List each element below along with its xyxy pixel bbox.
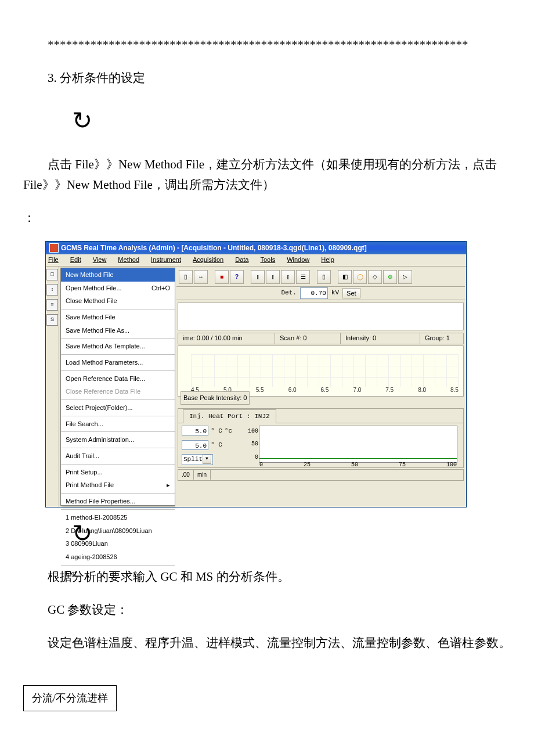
menu-data[interactable]: Data bbox=[235, 254, 254, 265]
inj-unit-2: ° C bbox=[211, 440, 222, 451]
paragraph-gc-params: 设定色谱柱温度、程序升温、进样模式、流量控制方法、流量控制参数、色谱柱参数。 bbox=[23, 633, 511, 654]
menu-item-save-method[interactable]: Save Method File bbox=[61, 311, 175, 324]
menu-item-close-ref: Close Reference Data File bbox=[61, 385, 175, 398]
menu-edit[interactable]: Edit bbox=[70, 254, 87, 265]
toolbar-icon-3[interactable]: ≡ bbox=[46, 299, 58, 311]
toolbar-btn-g2[interactable]: ⫿ bbox=[266, 270, 280, 284]
temp-x-axis: 0255075100 bbox=[259, 460, 457, 470]
inj-panel: Inj. Heat Port : INJ2 5.0 ° C °c 5.0 ° C bbox=[178, 408, 464, 468]
menu-item-open-ref[interactable]: Open Reference Data File... bbox=[61, 372, 175, 386]
menu-item-load-params[interactable]: Load Method Parameters... bbox=[61, 356, 175, 369]
clock-icon: ↻ bbox=[23, 100, 511, 142]
det-set-button[interactable]: Set bbox=[342, 288, 360, 298]
app-icon bbox=[49, 243, 59, 253]
bottom-bar: .00 min bbox=[178, 469, 464, 481]
menu-item-new-method[interactable]: New Method File bbox=[61, 268, 175, 282]
file-menu-dropdown: New Method File Open Method File...Ctrl+… bbox=[60, 268, 175, 506]
det-row: Det. kV Set bbox=[176, 287, 465, 300]
inj-extra-1: °c bbox=[225, 426, 232, 437]
chromatogram-plot[interactable]: 4.55.05.56.06.57.07.58.08.5 Base Peak In… bbox=[178, 345, 464, 397]
toolbar-btn-i3[interactable]: ◇ bbox=[368, 270, 382, 284]
menu-method[interactable]: Method bbox=[118, 254, 145, 265]
toolbar-btn-i1[interactable]: ◧ bbox=[338, 270, 352, 284]
toolbar-btn-g1[interactable]: ⫿ bbox=[251, 270, 265, 284]
menubar: File Edit View Method Instrument Acquisi… bbox=[46, 254, 466, 267]
inj-tab[interactable]: Inj. Heat Port : INJ2 bbox=[183, 409, 276, 423]
toolbar-btn-2[interactable]: ↔ bbox=[194, 270, 208, 284]
menu-item-select-project[interactable]: Select Project(Folder)... bbox=[61, 401, 175, 415]
toolbar-btn-g3[interactable]: ⫿ bbox=[281, 270, 295, 284]
paragraph-intro: 点击 File》》New Method File，建立分析方法文件（如果使用现有… bbox=[23, 154, 511, 196]
toolbar-icon-1[interactable]: □ bbox=[46, 269, 58, 280]
toolbar-btn-help[interactable]: ? bbox=[230, 270, 244, 284]
status-bar: ime: 0.00 / 10.00 min Scan #: 0 Intensit… bbox=[178, 333, 464, 344]
menu-item-print-setup[interactable]: Print Setup... bbox=[61, 466, 175, 479]
menu-item-save-template[interactable]: Save Method As Template... bbox=[61, 340, 175, 353]
menu-item-save-method-as[interactable]: Save Method File As... bbox=[61, 324, 175, 337]
paragraph-gcms: 根据分析的要求输入 GC 和 MS 的分析条件。 bbox=[23, 567, 511, 588]
window-title: GCMS Real Time Analysis (Admin) - [Acqui… bbox=[61, 242, 367, 254]
status-intensity: Intensity: 0 bbox=[341, 333, 420, 344]
toolbar-btn-h1[interactable]: ▯ bbox=[317, 270, 331, 284]
det-unit: kV bbox=[331, 287, 339, 298]
document-page: ****************************************… bbox=[0, 0, 534, 746]
menu-instrument[interactable]: Instrument bbox=[151, 254, 187, 265]
base-peak-intensity: Base Peak Intensity: 0 bbox=[181, 391, 250, 405]
det-value-input[interactable] bbox=[300, 287, 328, 299]
menu-item-method-props[interactable]: Method File Properties... bbox=[61, 495, 175, 508]
paragraph-gc-heading: GC 参数设定： bbox=[23, 600, 511, 621]
section-heading: 3. 分析条件的设定 bbox=[23, 68, 511, 89]
upper-chart-frame bbox=[178, 303, 464, 330]
menu-acquisition[interactable]: Acquisition bbox=[193, 254, 229, 265]
toolbar-btn-g4[interactable]: ☰ bbox=[296, 270, 310, 284]
toolbar-btn-i5[interactable]: ▷ bbox=[398, 270, 412, 284]
toolbar-btn-i2[interactable]: ◯ bbox=[353, 270, 367, 284]
menu-view[interactable]: View bbox=[93, 254, 113, 265]
menu-file[interactable]: File bbox=[48, 254, 64, 265]
inj-temp-2[interactable]: 5.0 bbox=[182, 440, 208, 450]
menu-item-file-search[interactable]: File Search... bbox=[61, 417, 175, 431]
separator-asterisks: ****************************************… bbox=[23, 35, 511, 56]
temp-y-axis: 100500 bbox=[241, 426, 258, 462]
app-window: GCMS Real Time Analysis (Admin) - [Acqui… bbox=[45, 241, 467, 507]
toolbar-btn-stop[interactable]: ■ bbox=[215, 270, 229, 284]
bottom-cell-1: .00 bbox=[178, 470, 194, 480]
toolbar-icon-2[interactable]: ↕ bbox=[46, 284, 58, 296]
temp-program-chart[interactable]: 100500 0255075100 bbox=[259, 426, 457, 463]
titlebar: GCMS Real Time Analysis (Admin) - [Acqui… bbox=[46, 242, 466, 254]
colon-line: ： bbox=[23, 208, 511, 229]
inj-temp-1[interactable]: 5.0 bbox=[182, 426, 208, 435]
workspace: □ ↕ ≡ S New Method File Open Method File… bbox=[46, 267, 466, 507]
det-label: Det. bbox=[281, 287, 296, 298]
status-scan: Scan #: 0 bbox=[275, 333, 341, 344]
menu-item-audit[interactable]: Audit Trail... bbox=[61, 449, 175, 463]
inj-unit-1: ° C bbox=[211, 426, 222, 437]
menu-item-print-method[interactable]: Print Method File▸ bbox=[61, 478, 175, 492]
left-toolbar: □ ↕ ≡ S bbox=[46, 267, 59, 507]
menu-window[interactable]: Window bbox=[287, 254, 315, 265]
boxed-label: 分流/不分流进样 bbox=[23, 685, 117, 711]
split-combo[interactable]: Split ▼ bbox=[182, 454, 213, 465]
menu-tools[interactable]: Tools bbox=[260, 254, 281, 265]
chevron-down-icon[interactable]: ▼ bbox=[203, 455, 211, 464]
menu-item-open-method[interactable]: Open Method File...Ctrl+O bbox=[61, 282, 175, 295]
toolbar: ▯ ↔ ■ ? ⫿ ⫿ ⫿ ☰ ▯ ◧ ◯ ◇ ⊚ bbox=[176, 268, 465, 287]
toolbar-icon-4[interactable]: S bbox=[46, 314, 58, 326]
status-group: Group: 1 bbox=[420, 333, 454, 344]
menu-help[interactable]: Help bbox=[321, 254, 340, 265]
toolbar-btn-i4[interactable]: ⊚ bbox=[383, 270, 397, 284]
menu-item-close-method[interactable]: Close Method File bbox=[61, 294, 175, 308]
main-pane: ▯ ↔ ■ ? ⫿ ⫿ ⫿ ☰ ▯ ◧ ◯ ◇ ⊚ bbox=[175, 267, 466, 507]
menu-item-sys-admin[interactable]: System Administration... bbox=[61, 433, 175, 447]
bottom-cell-2: min bbox=[194, 470, 211, 480]
toolbar-btn-1[interactable]: ▯ bbox=[179, 270, 193, 284]
status-time: ime: 0.00 / 10.00 min bbox=[178, 333, 275, 344]
